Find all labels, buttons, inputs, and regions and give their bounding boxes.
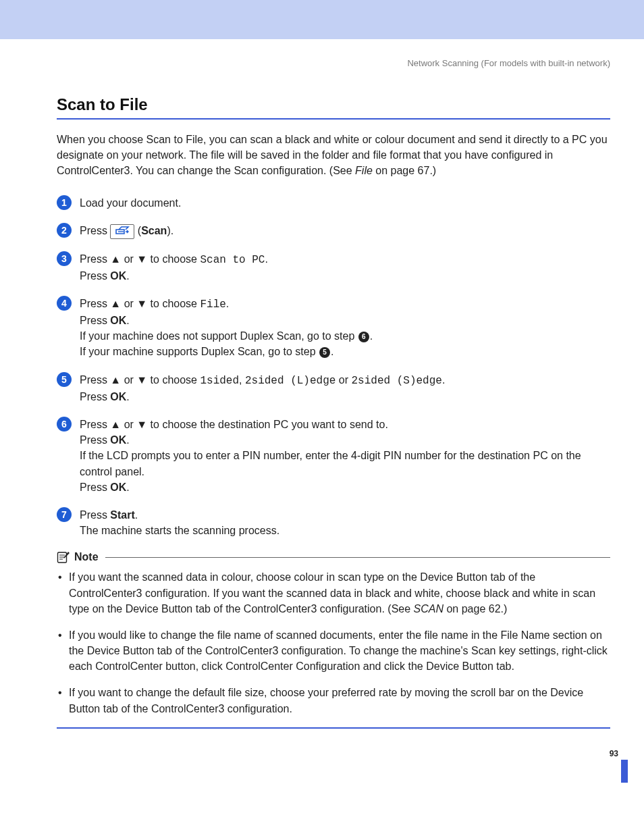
step-badge-4: 4 [57, 296, 72, 311]
s5-m3: 2sided (S)edge [351, 375, 441, 387]
s3-e: Press [80, 270, 110, 282]
step-2-body: Press (Scan). [80, 223, 610, 239]
s5-c: to choose [147, 374, 200, 386]
s6-ok2: OK [110, 481, 126, 493]
note-header: Note [57, 550, 610, 564]
n2-e: tab of the ControlCenter3 configuration.… [154, 645, 471, 656]
s4-h: . [370, 330, 373, 342]
step-7: 7 Press Start. The machine starts the sc… [57, 507, 610, 538]
step-2: 2 Press (Scan). [57, 223, 610, 239]
s4-e: Press [80, 315, 110, 326]
note-item-1: If you want the scanned data in colour, … [69, 569, 610, 617]
s5-ok: OK [110, 391, 126, 402]
section-title: Scan to File [57, 95, 610, 114]
s5-g: Press [80, 391, 110, 402]
s6-f: If the LCD prompts you to enter a PIN nu… [80, 450, 581, 477]
note-list: If you want the scanned data in colour, … [57, 569, 610, 716]
note-rule [105, 557, 610, 558]
s3-b: or [121, 253, 136, 265]
n3-c: tab of the ControlCenter3 configuration. [100, 703, 292, 714]
s3-ok: OK [110, 270, 126, 282]
n2-i: and click the [360, 660, 426, 672]
step-7-body: Press Start. The machine starts the scan… [80, 507, 610, 538]
step-1: 1 Load your document. [57, 195, 610, 211]
up-arrow-icon: ▲ [110, 419, 121, 430]
step-3: 3 Press ▲ or ▼ to choose Scan to PC. Pre… [57, 251, 610, 284]
note-pencil-icon [57, 550, 70, 564]
s3-a: Press [80, 253, 110, 265]
s4-mono: File [200, 298, 225, 311]
step-6: 6 Press ▲ or ▼ to choose the destination… [57, 417, 610, 495]
s5-a: Press [80, 374, 110, 386]
note-end-rule [57, 727, 610, 729]
step-2-scan: Scan [141, 225, 167, 236]
n2-d: Device Button [87, 645, 155, 656]
step-ref-5: 5 [319, 347, 330, 358]
s4-c: to choose [147, 298, 200, 309]
n1-e: tab of the ControlCenter3 configuration.… [192, 603, 413, 615]
s5-b: or [121, 374, 136, 386]
s4-a: Press [80, 298, 110, 309]
s5-e: or [336, 374, 351, 386]
step-2-d: ). [167, 225, 173, 236]
n1-a: If you want the scanned data in colour, … [69, 571, 420, 583]
intro-em: File [355, 165, 373, 176]
intro-text-b: on page 67.) [373, 165, 436, 176]
step-4: 4 Press ▲ or ▼ to choose File. Press OK.… [57, 296, 610, 360]
step-badge-5: 5 [57, 372, 72, 387]
step-badge-2: 2 [57, 223, 72, 238]
s7-b: Start [110, 509, 134, 521]
scan-key-icon [110, 224, 134, 239]
intro-paragraph: When you choose Scan to File, you can sc… [57, 132, 610, 179]
n1-d: Device Button [126, 603, 193, 615]
s3-c: to choose [147, 253, 200, 265]
note-item-3: If you want to change the default file s… [69, 685, 610, 716]
step-badge-3: 3 [57, 251, 72, 266]
s5-m1: 1sided [200, 375, 239, 387]
footer-accent-bar [621, 760, 628, 783]
step-2-a: Press [80, 225, 110, 236]
s5-f: . [442, 374, 445, 386]
step-badge-7: 7 [57, 507, 72, 522]
step-5: 5 Press ▲ or ▼ to choose 1sided, 2sided … [57, 372, 610, 405]
note-block: Note If you want the scanned data in col… [57, 550, 610, 729]
up-arrow-icon: ▲ [110, 374, 121, 386]
s7-d: The machine starts the scanning process. [80, 525, 279, 536]
step-2-b: ( [134, 225, 141, 236]
down-arrow-icon: ▼ [136, 253, 147, 265]
s6-ok1: OK [110, 434, 126, 446]
step-5-body: Press ▲ or ▼ to choose 1sided, 2sided (L… [80, 372, 610, 405]
s5-h: . [126, 391, 129, 402]
up-arrow-icon: ▲ [110, 298, 121, 309]
n2-a: If you would like to change the file nam… [69, 629, 501, 641]
step-3-body: Press ▲ or ▼ to choose Scan to PC. Press… [80, 251, 610, 284]
s5-m2: 2sided (L)edge [245, 375, 336, 387]
s6-g: Press [80, 481, 110, 493]
step-badge-6: 6 [57, 417, 72, 432]
page-footer: 93 [0, 749, 644, 789]
n2-b: File Name [501, 629, 550, 641]
n2-k: tab. [493, 660, 514, 672]
s4-ok: OK [110, 315, 126, 326]
s4-g: If your machine does not support Duplex … [80, 330, 358, 342]
up-arrow-icon: ▲ [110, 253, 121, 265]
n1-b: Device Button [420, 571, 487, 583]
steps-list: 1 Load your document. 2 Press (Scan). 3 … [57, 195, 610, 539]
s3-f: . [126, 270, 129, 282]
n1-f: on page 62.) [444, 603, 507, 615]
page-number: 93 [610, 749, 618, 758]
s4-d: . [226, 298, 229, 309]
s5-d: , [239, 374, 245, 386]
s4-j: . [331, 346, 333, 357]
s7-c: . [135, 509, 138, 521]
s6-a: Press [80, 419, 110, 430]
step-badge-1: 1 [57, 195, 72, 210]
s4-i: If your machine supports Duplex Scan, go… [80, 346, 319, 357]
step-1-body: Load your document. [80, 195, 610, 211]
down-arrow-icon: ▼ [136, 419, 147, 430]
s6-e: . [126, 434, 129, 446]
title-rule [57, 118, 610, 120]
n2-j: Device Button [426, 660, 493, 672]
note-item-2: If you would like to change the file nam… [69, 627, 610, 675]
s4-f: . [126, 315, 129, 326]
